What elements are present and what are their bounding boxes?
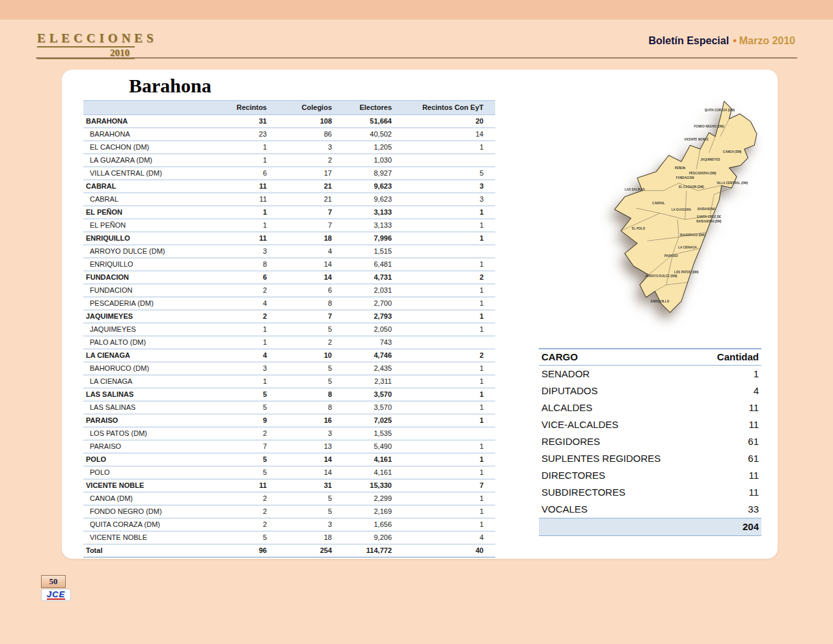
eyt-cell — [397, 336, 495, 349]
colegios-cell: 7 — [272, 206, 337, 219]
row-label-cell: LOS PATOS (DM) — [83, 427, 233, 440]
row-label-cell: BAHORUCO (DM) — [83, 362, 233, 375]
row-label-cell: LA CIENAGA — [83, 349, 233, 362]
recintos-cell: 9 — [233, 414, 272, 427]
row-label-cell: POLO — [83, 453, 233, 466]
table-row: VICENTE NOBLE 5 18 9,206 4 — [83, 531, 495, 544]
province-table-body: BARAHONA 31 108 51,664 20 BARAHONA 23 86… — [83, 115, 495, 544]
recintos-cell: 2 — [233, 284, 272, 297]
electores-cell: 1,030 — [337, 154, 397, 167]
cargo-total-blank-cell — [539, 518, 695, 536]
recintos-cell: 2 — [233, 505, 272, 518]
colegios-cell: 3 — [272, 141, 337, 154]
row-label-cell: LAS SALINAS — [83, 401, 233, 414]
recintos-cell: 6 — [233, 271, 272, 284]
cargo-row: ALCALDES 11 — [539, 399, 761, 416]
row-label-cell: CABRAL — [83, 193, 233, 206]
electores-cell: 6,481 — [337, 258, 397, 271]
cargo-name-cell: REGIDORES — [539, 433, 695, 450]
recintos-cell: 2 — [233, 518, 272, 531]
row-label-cell: QUITA CORAZA (DM) — [83, 518, 233, 531]
map-label: PEÑON — [675, 166, 686, 170]
cargo-value-cell: 33 — [695, 501, 761, 518]
bulletin-header: Boletín Especial•Marzo 2010 — [649, 35, 795, 47]
table-row: VILLA CENTRAL (DM) 6 17 8,927 5 — [83, 167, 495, 180]
column-header-colegios: Colegios — [272, 101, 337, 115]
table-row: BARAHONA 31 108 51,664 20 — [83, 115, 495, 128]
map-label: VILLA CENTRAL (DM) — [717, 181, 748, 185]
row-label-cell: BARAHONA — [83, 115, 233, 128]
recintos-cell: 5 — [233, 453, 272, 466]
top-banner — [0, 0, 833, 20]
cargo-row: DIRECTORES 11 — [539, 467, 761, 484]
bulletin-title: Boletín Especial — [649, 35, 730, 46]
electores-cell: 8,927 — [337, 167, 397, 180]
cargo-name-cell: VOCALES — [539, 501, 695, 518]
electores-cell: 3,570 — [337, 401, 397, 414]
cargo-total-value-cell: 204 — [695, 518, 761, 536]
map-label: EL POLO — [632, 227, 646, 230]
table-row: LOS PATOS (DM) 2 3 1,535 — [83, 427, 495, 440]
recintos-cell: 5 — [233, 401, 272, 414]
electores-cell: 4,731 — [337, 271, 397, 284]
eyt-cell: 1 — [397, 375, 495, 388]
cargo-value-cell: 11 — [695, 416, 761, 433]
table-row: JAQUIMEYES 2 7 2,793 1 — [83, 310, 495, 323]
electores-cell: 40,502 — [337, 128, 397, 141]
electores-cell: 3,570 — [337, 388, 397, 401]
page-number: 50 — [49, 576, 58, 587]
cargo-row: VOCALES 33 — [539, 501, 761, 518]
colegios-cell: 18 — [272, 531, 337, 544]
colegios-cell: 7 — [272, 310, 337, 323]
row-label-cell: POLO — [83, 466, 233, 479]
recintos-cell: 23 — [233, 128, 272, 141]
table-row: VICENTE NOBLE 11 31 15,330 7 — [83, 479, 495, 492]
recintos-cell: 5 — [233, 466, 272, 479]
recintos-cell: 4 — [233, 297, 272, 310]
colegios-cell: 5 — [272, 375, 337, 388]
table-row: CABRAL 11 21 9,623 3 — [83, 180, 495, 193]
cargo-name-cell: DIPUTADOS — [539, 382, 695, 399]
electores-cell: 2,050 — [337, 323, 397, 336]
eyt-cell: 3 — [397, 193, 495, 206]
row-label-cell: JAQUIMEYES — [83, 323, 233, 336]
eyt-cell: 2 — [397, 349, 495, 362]
electores-cell: 1,656 — [337, 518, 397, 531]
recintos-cell: 1 — [233, 141, 272, 154]
colegios-cell: 3 — [272, 518, 337, 531]
colegios-cell: 14 — [272, 258, 337, 271]
eyt-cell: 1 — [397, 492, 495, 505]
electores-cell: 51,664 — [337, 115, 397, 128]
column-header-recintos: Recintos — [233, 101, 272, 115]
row-label-cell: BARAHONA — [83, 128, 233, 141]
cargo-value-cell: 11 — [695, 467, 761, 484]
colegios-cell: 21 — [272, 180, 337, 193]
colegios-cell: 4 — [272, 245, 337, 258]
map-label: SANTA CRUZ DE — [697, 215, 721, 219]
table-row: CABRAL 11 21 9,623 3 — [83, 193, 495, 206]
recintos-cell: 11 — [233, 180, 272, 193]
eyt-cell — [397, 427, 495, 440]
electores-cell: 5,490 — [337, 440, 397, 453]
colegios-cell: 16 — [272, 414, 337, 427]
electores-cell: 9,623 — [337, 180, 397, 193]
logo-title: ELECCIONES — [37, 31, 135, 47]
table-total-row: Total 96 254 114,772 40 — [83, 544, 495, 557]
colegios-cell: 5 — [272, 505, 337, 518]
recintos-cell: 1 — [233, 375, 272, 388]
electores-cell: 7,996 — [337, 232, 397, 245]
colegios-cell: 5 — [272, 362, 337, 375]
total-recintos-cell: 96 — [233, 544, 272, 557]
eyt-cell: 1 — [397, 401, 495, 414]
row-label-cell: JAQUIMEYES — [83, 310, 233, 323]
row-label-cell: PARAISO — [83, 440, 233, 453]
eyt-cell — [397, 245, 495, 258]
row-label-cell: FUNDACION — [83, 271, 233, 284]
table-row: BARAHONA 23 86 40,502 14 — [83, 128, 495, 141]
map-label: BAHORUCO (DM) — [680, 234, 705, 237]
electores-cell: 2,700 — [337, 297, 397, 310]
jce-logo: JCE — [41, 589, 71, 601]
page-number-badge: 50 — [41, 575, 66, 588]
province-map: QUITA CORAZA (DM)FONDO NEGRO (DM)VICENTE… — [586, 92, 776, 345]
eyt-cell: 1 — [397, 505, 495, 518]
